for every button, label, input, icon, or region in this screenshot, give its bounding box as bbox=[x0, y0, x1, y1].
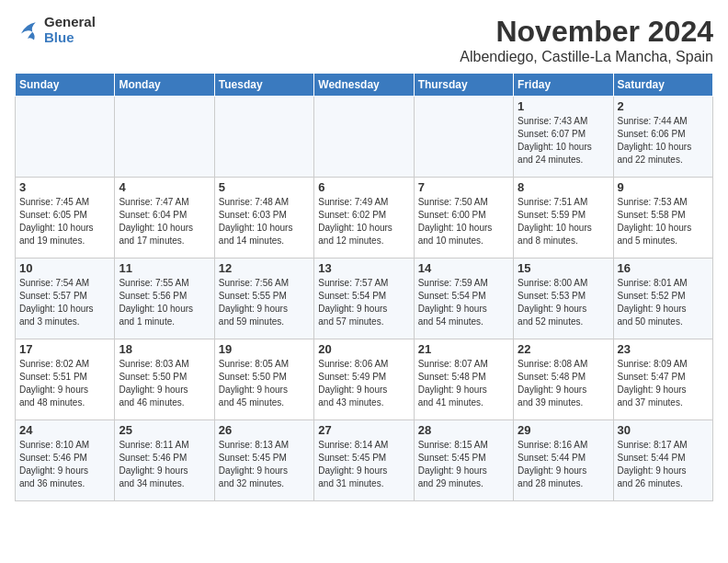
calendar-cell: 16Sunrise: 8:01 AM Sunset: 5:52 PM Dayli… bbox=[613, 259, 712, 339]
day-number: 13 bbox=[318, 261, 409, 275]
day-number: 12 bbox=[219, 261, 310, 275]
column-header-wednesday: Wednesday bbox=[314, 74, 414, 97]
day-number: 30 bbox=[618, 423, 709, 437]
calendar-cell: 26Sunrise: 8:13 AM Sunset: 5:45 PM Dayli… bbox=[214, 420, 313, 501]
calendar-cell: 22Sunrise: 8:08 AM Sunset: 5:48 PM Dayli… bbox=[514, 339, 613, 420]
day-info: Sunrise: 8:13 AM Sunset: 5:45 PM Dayligh… bbox=[219, 439, 310, 490]
day-info: Sunrise: 7:59 AM Sunset: 5:54 PM Dayligh… bbox=[418, 277, 509, 328]
day-number: 17 bbox=[19, 342, 110, 356]
day-info: Sunrise: 8:07 AM Sunset: 5:48 PM Dayligh… bbox=[418, 358, 509, 409]
day-number: 23 bbox=[618, 342, 709, 356]
logo: General Blue bbox=[15, 15, 96, 45]
calendar-cell: 25Sunrise: 8:11 AM Sunset: 5:46 PM Dayli… bbox=[115, 420, 214, 501]
day-number: 11 bbox=[119, 261, 210, 275]
day-number: 15 bbox=[518, 261, 609, 275]
day-number: 5 bbox=[219, 180, 310, 194]
day-info: Sunrise: 8:03 AM Sunset: 5:50 PM Dayligh… bbox=[119, 358, 210, 409]
day-number: 27 bbox=[318, 423, 409, 437]
calendar-week-row: 17Sunrise: 8:02 AM Sunset: 5:51 PM Dayli… bbox=[16, 339, 713, 420]
day-info: Sunrise: 7:43 AM Sunset: 6:07 PM Dayligh… bbox=[518, 115, 609, 167]
day-number: 9 bbox=[618, 180, 709, 194]
calendar-cell: 29Sunrise: 8:16 AM Sunset: 5:44 PM Dayli… bbox=[514, 420, 613, 501]
logo-line1: General bbox=[44, 15, 96, 30]
day-info: Sunrise: 8:06 AM Sunset: 5:49 PM Dayligh… bbox=[318, 358, 409, 409]
day-info: Sunrise: 7:51 AM Sunset: 5:59 PM Dayligh… bbox=[518, 196, 609, 247]
day-info: Sunrise: 8:15 AM Sunset: 5:45 PM Dayligh… bbox=[418, 439, 509, 490]
calendar-cell bbox=[414, 97, 513, 178]
calendar-cell: 13Sunrise: 7:57 AM Sunset: 5:54 PM Dayli… bbox=[314, 259, 414, 339]
calendar-cell: 18Sunrise: 8:03 AM Sunset: 5:50 PM Dayli… bbox=[115, 339, 214, 420]
calendar-cell: 1Sunrise: 7:43 AM Sunset: 6:07 PM Daylig… bbox=[514, 97, 613, 178]
calendar-cell: 30Sunrise: 8:17 AM Sunset: 5:44 PM Dayli… bbox=[613, 420, 712, 501]
day-number: 7 bbox=[418, 180, 509, 194]
calendar-week-row: 10Sunrise: 7:54 AM Sunset: 5:57 PM Dayli… bbox=[16, 259, 713, 339]
calendar-cell: 21Sunrise: 8:07 AM Sunset: 5:48 PM Dayli… bbox=[414, 339, 513, 420]
day-info: Sunrise: 8:11 AM Sunset: 5:46 PM Dayligh… bbox=[119, 439, 210, 490]
calendar-cell: 28Sunrise: 8:15 AM Sunset: 5:45 PM Dayli… bbox=[414, 420, 513, 501]
day-number: 16 bbox=[618, 261, 709, 275]
day-number: 18 bbox=[119, 342, 210, 356]
calendar-cell bbox=[115, 97, 214, 178]
calendar-week-row: 3Sunrise: 7:45 AM Sunset: 6:05 PM Daylig… bbox=[16, 178, 713, 259]
day-number: 3 bbox=[19, 180, 110, 194]
column-header-thursday: Thursday bbox=[414, 74, 513, 97]
calendar-cell: 15Sunrise: 8:00 AM Sunset: 5:53 PM Dayli… bbox=[514, 259, 613, 339]
day-number: 24 bbox=[19, 423, 110, 437]
calendar-cell: 12Sunrise: 7:56 AM Sunset: 5:55 PM Dayli… bbox=[214, 259, 313, 339]
calendar-week-row: 24Sunrise: 8:10 AM Sunset: 5:46 PM Dayli… bbox=[16, 420, 713, 501]
calendar-body: 1Sunrise: 7:43 AM Sunset: 6:07 PM Daylig… bbox=[16, 97, 713, 501]
calendar-cell: 23Sunrise: 8:09 AM Sunset: 5:47 PM Dayli… bbox=[613, 339, 712, 420]
day-info: Sunrise: 8:02 AM Sunset: 5:51 PM Dayligh… bbox=[19, 358, 110, 409]
day-number: 19 bbox=[219, 342, 310, 356]
day-number: 29 bbox=[518, 423, 609, 437]
calendar-cell: 14Sunrise: 7:59 AM Sunset: 5:54 PM Dayli… bbox=[414, 259, 513, 339]
day-info: Sunrise: 8:01 AM Sunset: 5:52 PM Dayligh… bbox=[618, 277, 709, 328]
day-info: Sunrise: 7:56 AM Sunset: 5:55 PM Dayligh… bbox=[219, 277, 310, 328]
day-info: Sunrise: 8:00 AM Sunset: 5:53 PM Dayligh… bbox=[518, 277, 609, 328]
calendar-cell bbox=[314, 97, 414, 178]
day-number: 10 bbox=[19, 261, 110, 275]
day-info: Sunrise: 7:44 AM Sunset: 6:06 PM Dayligh… bbox=[618, 115, 709, 167]
day-info: Sunrise: 7:50 AM Sunset: 6:00 PM Dayligh… bbox=[418, 196, 509, 247]
day-info: Sunrise: 7:55 AM Sunset: 5:56 PM Dayligh… bbox=[119, 277, 210, 328]
column-header-friday: Friday bbox=[514, 74, 613, 97]
day-number: 2 bbox=[618, 99, 709, 113]
calendar-week-row: 1Sunrise: 7:43 AM Sunset: 6:07 PM Daylig… bbox=[16, 97, 713, 178]
calendar-cell: 24Sunrise: 8:10 AM Sunset: 5:46 PM Dayli… bbox=[16, 420, 115, 501]
day-info: Sunrise: 7:48 AM Sunset: 6:03 PM Dayligh… bbox=[219, 196, 310, 247]
day-number: 20 bbox=[318, 342, 409, 356]
logo-line2: Blue bbox=[44, 30, 96, 46]
calendar-header-row: SundayMondayTuesdayWednesdayThursdayFrid… bbox=[16, 74, 713, 97]
day-info: Sunrise: 8:08 AM Sunset: 5:48 PM Dayligh… bbox=[518, 358, 609, 409]
day-info: Sunrise: 8:09 AM Sunset: 5:47 PM Dayligh… bbox=[618, 358, 709, 409]
column-header-sunday: Sunday bbox=[16, 74, 115, 97]
month-title: November 2024 bbox=[460, 15, 713, 49]
calendar-cell: 6Sunrise: 7:49 AM Sunset: 6:02 PM Daylig… bbox=[314, 178, 414, 259]
day-info: Sunrise: 8:14 AM Sunset: 5:45 PM Dayligh… bbox=[318, 439, 409, 490]
calendar-cell: 4Sunrise: 7:47 AM Sunset: 6:04 PM Daylig… bbox=[115, 178, 214, 259]
day-number: 26 bbox=[219, 423, 310, 437]
day-info: Sunrise: 8:05 AM Sunset: 5:50 PM Dayligh… bbox=[219, 358, 310, 409]
day-number: 28 bbox=[418, 423, 509, 437]
calendar-cell: 20Sunrise: 8:06 AM Sunset: 5:49 PM Dayli… bbox=[314, 339, 414, 420]
calendar-cell: 9Sunrise: 7:53 AM Sunset: 5:58 PM Daylig… bbox=[613, 178, 712, 259]
day-info: Sunrise: 7:53 AM Sunset: 5:58 PM Dayligh… bbox=[618, 196, 709, 247]
day-info: Sunrise: 7:45 AM Sunset: 6:05 PM Dayligh… bbox=[19, 196, 110, 247]
day-number: 8 bbox=[518, 180, 609, 194]
day-number: 14 bbox=[418, 261, 509, 275]
day-number: 6 bbox=[318, 180, 409, 194]
calendar-cell: 8Sunrise: 7:51 AM Sunset: 5:59 PM Daylig… bbox=[514, 178, 613, 259]
calendar-cell bbox=[214, 97, 313, 178]
day-number: 25 bbox=[119, 423, 210, 437]
page-header: General Blue November 2024 Albendiego, C… bbox=[15, 15, 713, 65]
column-header-saturday: Saturday bbox=[613, 74, 712, 97]
day-info: Sunrise: 7:49 AM Sunset: 6:02 PM Dayligh… bbox=[318, 196, 409, 247]
day-number: 22 bbox=[518, 342, 609, 356]
day-info: Sunrise: 7:57 AM Sunset: 5:54 PM Dayligh… bbox=[318, 277, 409, 328]
calendar-cell: 10Sunrise: 7:54 AM Sunset: 5:57 PM Dayli… bbox=[16, 259, 115, 339]
day-info: Sunrise: 8:10 AM Sunset: 5:46 PM Dayligh… bbox=[19, 439, 110, 490]
title-block: November 2024 Albendiego, Castille-La Ma… bbox=[460, 15, 713, 65]
calendar-cell: 17Sunrise: 8:02 AM Sunset: 5:51 PM Dayli… bbox=[16, 339, 115, 420]
calendar-cell bbox=[16, 97, 115, 178]
day-info: Sunrise: 7:54 AM Sunset: 5:57 PM Dayligh… bbox=[19, 277, 110, 328]
